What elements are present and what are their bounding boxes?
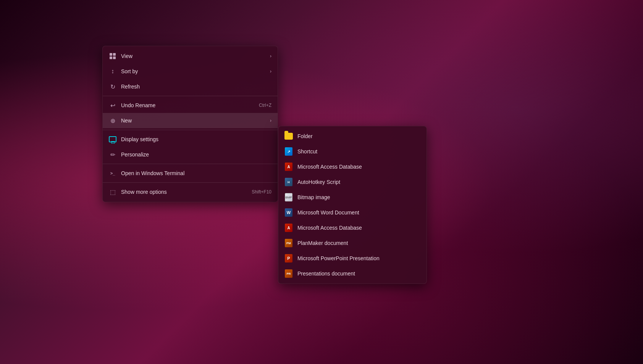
- svg-rect-1: [113, 53, 116, 56]
- menu-label-new: New: [121, 118, 265, 124]
- access-icon-1: A: [284, 163, 293, 171]
- menu-item-sort-by[interactable]: Sort by ›: [103, 64, 278, 79]
- submenu-label-bitmap: Bitmap image: [297, 194, 330, 200]
- submenu-item-presentations[interactable]: PR Presentations document: [278, 266, 427, 281]
- submenu-item-bitmap[interactable]: BMP Bitmap image: [278, 190, 427, 205]
- display-settings-icon: [109, 135, 116, 143]
- more-options-icon: [109, 188, 116, 196]
- new-submenu: Folder ↗ Shortcut A Microsoft Access Dat…: [278, 126, 427, 284]
- menu-item-personalize[interactable]: Personalize: [103, 147, 278, 162]
- separator-1: [103, 96, 278, 96]
- terminal-icon: [109, 169, 116, 177]
- presentations-icon: PR: [284, 269, 293, 278]
- submenu-label-ppt: Microsoft PowerPoint Presentation: [297, 255, 380, 261]
- new-arrow-icon: ›: [270, 118, 271, 123]
- submenu-item-autohotkey[interactable]: H AutoHotkey Script: [278, 174, 427, 190]
- menu-label-personalize: Personalize: [121, 151, 271, 158]
- access-icon-2: A: [284, 224, 293, 232]
- separator-2: [103, 130, 278, 130]
- svg-rect-3: [113, 56, 116, 59]
- new-icon: [109, 117, 116, 124]
- menu-item-undo-rename[interactable]: Undo Rename Ctrl+Z: [103, 98, 278, 113]
- menu-item-refresh[interactable]: Refresh: [103, 79, 278, 94]
- word-icon: W: [284, 208, 293, 217]
- menu-item-view[interactable]: View ›: [103, 48, 278, 64]
- submenu-label-presentations: Presentations document: [297, 271, 355, 277]
- submenu-item-access-2[interactable]: A Microsoft Access Database: [278, 220, 427, 235]
- sort-icon: [109, 68, 116, 75]
- menu-item-new[interactable]: New ›: [103, 113, 278, 128]
- submenu-item-planmaker[interactable]: PM PlanMaker document: [278, 235, 427, 251]
- menu-label-sort: Sort by: [121, 68, 265, 74]
- ppt-icon: P: [284, 254, 293, 263]
- menu-item-display-settings[interactable]: Display settings: [103, 132, 278, 147]
- menu-item-show-more[interactable]: Show more options Shift+F10: [103, 184, 278, 200]
- view-arrow-icon: ›: [270, 53, 271, 59]
- bitmap-icon: BMP: [284, 193, 293, 201]
- menu-label-display: Display settings: [121, 136, 271, 142]
- menu-label-undo: Undo Rename: [121, 102, 254, 108]
- submenu-item-ppt[interactable]: P Microsoft PowerPoint Presentation: [278, 251, 427, 266]
- submenu-label-word: Microsoft Word Document: [297, 209, 359, 216]
- menu-item-open-terminal[interactable]: Open in Windows Terminal: [103, 166, 278, 181]
- refresh-icon: [109, 83, 116, 90]
- submenu-item-word[interactable]: W Microsoft Word Document: [278, 205, 427, 220]
- submenu-item-access-1[interactable]: A Microsoft Access Database: [278, 159, 427, 174]
- planmaker-icon: PM: [284, 239, 293, 247]
- more-shortcut: Shift+F10: [252, 189, 271, 195]
- submenu-label-folder: Folder: [297, 133, 313, 139]
- submenu-label-ahk: AutoHotkey Script: [297, 179, 340, 185]
- menu-label-view: View: [121, 53, 265, 59]
- submenu-item-shortcut[interactable]: ↗ Shortcut: [278, 144, 427, 159]
- submenu-item-folder[interactable]: Folder: [278, 129, 427, 144]
- context-menu: View › Sort by › Refresh Undo Rename Ctr…: [102, 46, 278, 202]
- personalize-icon: [109, 151, 116, 158]
- undo-shortcut: Ctrl+Z: [259, 103, 271, 108]
- submenu-label-planmaker: PlanMaker document: [297, 240, 348, 246]
- menu-label-more: Show more options: [121, 189, 247, 195]
- sort-arrow-icon: ›: [270, 69, 271, 74]
- ahk-icon: H: [284, 178, 293, 186]
- svg-rect-0: [110, 53, 112, 56]
- view-icon: [109, 52, 116, 60]
- menu-label-terminal: Open in Windows Terminal: [121, 170, 271, 176]
- submenu-label-access-2: Microsoft Access Database: [297, 225, 362, 231]
- undo-icon: [109, 101, 116, 109]
- svg-rect-2: [110, 56, 112, 59]
- folder-icon: [284, 132, 293, 140]
- separator-3: [103, 164, 278, 164]
- menu-label-refresh: Refresh: [121, 84, 271, 90]
- shortcut-icon: ↗: [284, 147, 293, 156]
- submenu-label-access-1: Microsoft Access Database: [297, 164, 362, 170]
- submenu-label-shortcut: Shortcut: [297, 148, 317, 155]
- separator-4: [103, 182, 278, 183]
